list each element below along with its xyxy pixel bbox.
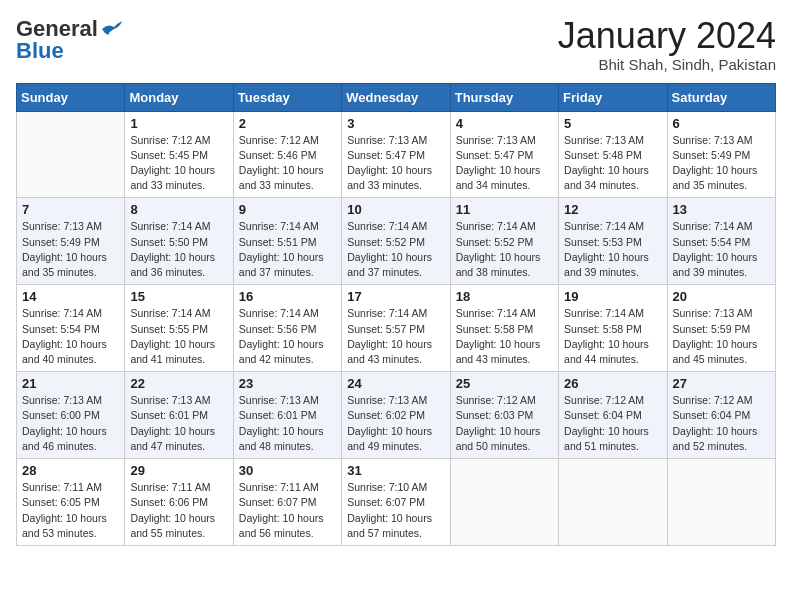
calendar-week-row: 7Sunrise: 7:13 AM Sunset: 5:49 PM Daylig… bbox=[17, 198, 776, 285]
day-info: Sunrise: 7:13 AM Sunset: 6:02 PM Dayligh… bbox=[347, 393, 444, 454]
col-header-saturday: Saturday bbox=[667, 83, 775, 111]
calendar-cell: 3Sunrise: 7:13 AM Sunset: 5:47 PM Daylig… bbox=[342, 111, 450, 198]
calendar-cell: 8Sunrise: 7:14 AM Sunset: 5:50 PM Daylig… bbox=[125, 198, 233, 285]
calendar-cell: 1Sunrise: 7:12 AM Sunset: 5:45 PM Daylig… bbox=[125, 111, 233, 198]
calendar-cell: 5Sunrise: 7:13 AM Sunset: 5:48 PM Daylig… bbox=[559, 111, 667, 198]
col-header-friday: Friday bbox=[559, 83, 667, 111]
title-block: January 2024 Bhit Shah, Sindh, Pakistan bbox=[558, 16, 776, 73]
calendar-cell: 7Sunrise: 7:13 AM Sunset: 5:49 PM Daylig… bbox=[17, 198, 125, 285]
calendar-cell: 22Sunrise: 7:13 AM Sunset: 6:01 PM Dayli… bbox=[125, 372, 233, 459]
calendar-cell: 12Sunrise: 7:14 AM Sunset: 5:53 PM Dayli… bbox=[559, 198, 667, 285]
calendar-week-row: 21Sunrise: 7:13 AM Sunset: 6:00 PM Dayli… bbox=[17, 372, 776, 459]
day-number: 17 bbox=[347, 289, 444, 304]
day-number: 9 bbox=[239, 202, 336, 217]
calendar-cell: 23Sunrise: 7:13 AM Sunset: 6:01 PM Dayli… bbox=[233, 372, 341, 459]
day-info: Sunrise: 7:13 AM Sunset: 5:47 PM Dayligh… bbox=[456, 133, 553, 194]
day-number: 15 bbox=[130, 289, 227, 304]
day-info: Sunrise: 7:11 AM Sunset: 6:05 PM Dayligh… bbox=[22, 480, 119, 541]
calendar-week-row: 28Sunrise: 7:11 AM Sunset: 6:05 PM Dayli… bbox=[17, 459, 776, 546]
day-info: Sunrise: 7:12 AM Sunset: 6:03 PM Dayligh… bbox=[456, 393, 553, 454]
calendar-cell: 25Sunrise: 7:12 AM Sunset: 6:03 PM Dayli… bbox=[450, 372, 558, 459]
day-info: Sunrise: 7:13 AM Sunset: 6:01 PM Dayligh… bbox=[239, 393, 336, 454]
month-title: January 2024 bbox=[558, 16, 776, 56]
logo-bird-icon bbox=[100, 21, 122, 37]
day-number: 16 bbox=[239, 289, 336, 304]
day-number: 26 bbox=[564, 376, 661, 391]
day-number: 20 bbox=[673, 289, 770, 304]
day-info: Sunrise: 7:13 AM Sunset: 5:49 PM Dayligh… bbox=[673, 133, 770, 194]
col-header-monday: Monday bbox=[125, 83, 233, 111]
calendar-cell: 28Sunrise: 7:11 AM Sunset: 6:05 PM Dayli… bbox=[17, 459, 125, 546]
logo-blue: Blue bbox=[16, 38, 64, 64]
calendar-cell bbox=[559, 459, 667, 546]
calendar-cell: 6Sunrise: 7:13 AM Sunset: 5:49 PM Daylig… bbox=[667, 111, 775, 198]
day-info: Sunrise: 7:14 AM Sunset: 5:52 PM Dayligh… bbox=[456, 219, 553, 280]
day-info: Sunrise: 7:12 AM Sunset: 6:04 PM Dayligh… bbox=[564, 393, 661, 454]
day-number: 14 bbox=[22, 289, 119, 304]
day-number: 18 bbox=[456, 289, 553, 304]
day-number: 29 bbox=[130, 463, 227, 478]
calendar-cell: 29Sunrise: 7:11 AM Sunset: 6:06 PM Dayli… bbox=[125, 459, 233, 546]
day-info: Sunrise: 7:12 AM Sunset: 5:46 PM Dayligh… bbox=[239, 133, 336, 194]
day-number: 4 bbox=[456, 116, 553, 131]
calendar-cell: 14Sunrise: 7:14 AM Sunset: 5:54 PM Dayli… bbox=[17, 285, 125, 372]
calendar-cell: 20Sunrise: 7:13 AM Sunset: 5:59 PM Dayli… bbox=[667, 285, 775, 372]
day-info: Sunrise: 7:14 AM Sunset: 5:56 PM Dayligh… bbox=[239, 306, 336, 367]
calendar-cell: 30Sunrise: 7:11 AM Sunset: 6:07 PM Dayli… bbox=[233, 459, 341, 546]
day-info: Sunrise: 7:14 AM Sunset: 5:57 PM Dayligh… bbox=[347, 306, 444, 367]
calendar-cell: 19Sunrise: 7:14 AM Sunset: 5:58 PM Dayli… bbox=[559, 285, 667, 372]
day-number: 19 bbox=[564, 289, 661, 304]
day-info: Sunrise: 7:11 AM Sunset: 6:06 PM Dayligh… bbox=[130, 480, 227, 541]
day-info: Sunrise: 7:13 AM Sunset: 6:00 PM Dayligh… bbox=[22, 393, 119, 454]
day-info: Sunrise: 7:13 AM Sunset: 5:48 PM Dayligh… bbox=[564, 133, 661, 194]
logo: General Blue bbox=[16, 16, 122, 64]
day-info: Sunrise: 7:12 AM Sunset: 5:45 PM Dayligh… bbox=[130, 133, 227, 194]
day-info: Sunrise: 7:14 AM Sunset: 5:53 PM Dayligh… bbox=[564, 219, 661, 280]
calendar-cell: 26Sunrise: 7:12 AM Sunset: 6:04 PM Dayli… bbox=[559, 372, 667, 459]
day-info: Sunrise: 7:11 AM Sunset: 6:07 PM Dayligh… bbox=[239, 480, 336, 541]
day-number: 28 bbox=[22, 463, 119, 478]
calendar-cell: 18Sunrise: 7:14 AM Sunset: 5:58 PM Dayli… bbox=[450, 285, 558, 372]
calendar-cell bbox=[17, 111, 125, 198]
day-info: Sunrise: 7:13 AM Sunset: 5:47 PM Dayligh… bbox=[347, 133, 444, 194]
location-subtitle: Bhit Shah, Sindh, Pakistan bbox=[558, 56, 776, 73]
day-number: 12 bbox=[564, 202, 661, 217]
day-info: Sunrise: 7:13 AM Sunset: 5:49 PM Dayligh… bbox=[22, 219, 119, 280]
page-header: General Blue January 2024 Bhit Shah, Sin… bbox=[16, 16, 776, 73]
day-number: 1 bbox=[130, 116, 227, 131]
calendar-cell: 4Sunrise: 7:13 AM Sunset: 5:47 PM Daylig… bbox=[450, 111, 558, 198]
day-number: 6 bbox=[673, 116, 770, 131]
col-header-tuesday: Tuesday bbox=[233, 83, 341, 111]
day-info: Sunrise: 7:14 AM Sunset: 5:50 PM Dayligh… bbox=[130, 219, 227, 280]
calendar-cell: 16Sunrise: 7:14 AM Sunset: 5:56 PM Dayli… bbox=[233, 285, 341, 372]
day-number: 7 bbox=[22, 202, 119, 217]
day-info: Sunrise: 7:14 AM Sunset: 5:54 PM Dayligh… bbox=[673, 219, 770, 280]
day-number: 21 bbox=[22, 376, 119, 391]
day-info: Sunrise: 7:14 AM Sunset: 5:55 PM Dayligh… bbox=[130, 306, 227, 367]
day-info: Sunrise: 7:14 AM Sunset: 5:51 PM Dayligh… bbox=[239, 219, 336, 280]
day-number: 11 bbox=[456, 202, 553, 217]
day-info: Sunrise: 7:14 AM Sunset: 5:52 PM Dayligh… bbox=[347, 219, 444, 280]
col-header-thursday: Thursday bbox=[450, 83, 558, 111]
calendar-header-row: SundayMondayTuesdayWednesdayThursdayFrid… bbox=[17, 83, 776, 111]
day-info: Sunrise: 7:14 AM Sunset: 5:58 PM Dayligh… bbox=[564, 306, 661, 367]
day-number: 30 bbox=[239, 463, 336, 478]
day-number: 3 bbox=[347, 116, 444, 131]
calendar-cell: 17Sunrise: 7:14 AM Sunset: 5:57 PM Dayli… bbox=[342, 285, 450, 372]
day-number: 8 bbox=[130, 202, 227, 217]
calendar-week-row: 1Sunrise: 7:12 AM Sunset: 5:45 PM Daylig… bbox=[17, 111, 776, 198]
calendar-cell: 9Sunrise: 7:14 AM Sunset: 5:51 PM Daylig… bbox=[233, 198, 341, 285]
calendar-table: SundayMondayTuesdayWednesdayThursdayFrid… bbox=[16, 83, 776, 546]
day-number: 22 bbox=[130, 376, 227, 391]
day-number: 13 bbox=[673, 202, 770, 217]
day-info: Sunrise: 7:14 AM Sunset: 5:54 PM Dayligh… bbox=[22, 306, 119, 367]
day-number: 24 bbox=[347, 376, 444, 391]
day-info: Sunrise: 7:14 AM Sunset: 5:58 PM Dayligh… bbox=[456, 306, 553, 367]
day-number: 25 bbox=[456, 376, 553, 391]
calendar-cell: 11Sunrise: 7:14 AM Sunset: 5:52 PM Dayli… bbox=[450, 198, 558, 285]
day-number: 10 bbox=[347, 202, 444, 217]
calendar-week-row: 14Sunrise: 7:14 AM Sunset: 5:54 PM Dayli… bbox=[17, 285, 776, 372]
day-number: 31 bbox=[347, 463, 444, 478]
day-number: 27 bbox=[673, 376, 770, 391]
calendar-cell: 15Sunrise: 7:14 AM Sunset: 5:55 PM Dayli… bbox=[125, 285, 233, 372]
